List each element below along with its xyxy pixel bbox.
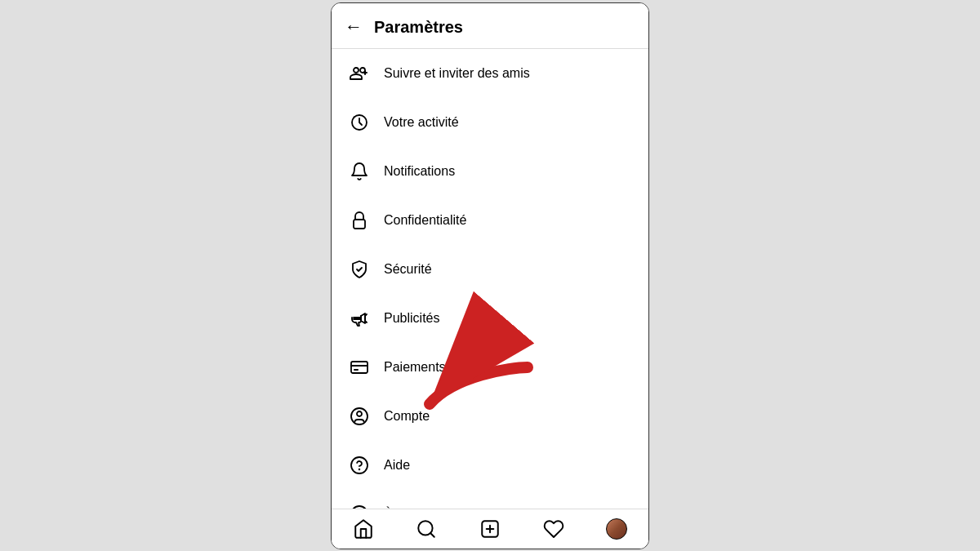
menu-label-account: Compte <box>384 409 430 424</box>
menu-label-ads: Publicités <box>384 311 439 326</box>
menu-item-activity[interactable]: Votre activité <box>332 98 648 147</box>
activity-icon <box>348 111 371 134</box>
menu-item-about[interactable]: À propos <box>332 490 648 509</box>
menu-item-payments[interactable]: Paiements <box>332 343 648 392</box>
svg-point-6 <box>357 411 362 416</box>
svg-rect-1 <box>354 220 365 229</box>
info-icon <box>348 503 371 509</box>
menu-item-account[interactable]: Compte <box>332 392 648 441</box>
menu-label-help: Aide <box>384 458 410 473</box>
menu-item-ads[interactable]: Publicités <box>332 294 648 343</box>
phone-screen: ← Paramètres Suivre et inviter des amis <box>331 2 649 549</box>
page-title: Paramètres <box>374 18 463 37</box>
bell-icon <box>348 160 371 183</box>
menu-label-privacy: Confidentialité <box>384 213 466 228</box>
menu-item-privacy[interactable]: Confidentialité <box>332 196 648 245</box>
menu-item-follow[interactable]: Suivre et inviter des amis <box>332 49 648 98</box>
menu-item-notifications[interactable]: Notifications <box>332 147 648 196</box>
nav-add[interactable] <box>479 518 501 540</box>
svg-point-8 <box>351 457 368 473</box>
menu-item-help[interactable]: Aide <box>332 441 648 490</box>
question-icon <box>348 454 371 477</box>
card-icon <box>348 356 371 379</box>
menu-label-activity: Votre activité <box>384 115 459 130</box>
nav-heart[interactable] <box>542 518 565 540</box>
nav-home[interactable] <box>352 518 375 540</box>
megaphone-icon <box>348 307 371 330</box>
menu-item-security[interactable]: Sécurité <box>332 245 648 294</box>
menu-label-notifications: Notifications <box>384 164 455 179</box>
menu-label-follow: Suivre et inviter des amis <box>384 66 530 81</box>
lock-icon <box>348 209 371 232</box>
settings-header: ← Paramètres <box>332 3 648 49</box>
back-button[interactable]: ← <box>345 18 363 36</box>
settings-menu: Suivre et inviter des amis Votre activit… <box>332 49 648 509</box>
add-person-icon <box>348 62 371 85</box>
person-circle-icon <box>348 405 371 428</box>
shield-icon <box>348 258 371 281</box>
svg-rect-2 <box>351 362 368 373</box>
nav-search[interactable] <box>415 518 438 540</box>
menu-label-security: Sécurité <box>384 262 432 277</box>
bottom-navigation <box>332 509 648 549</box>
nav-profile[interactable] <box>605 518 628 540</box>
svg-line-14 <box>430 533 434 537</box>
avatar <box>606 518 627 540</box>
menu-label-payments: Paiements <box>384 360 446 375</box>
